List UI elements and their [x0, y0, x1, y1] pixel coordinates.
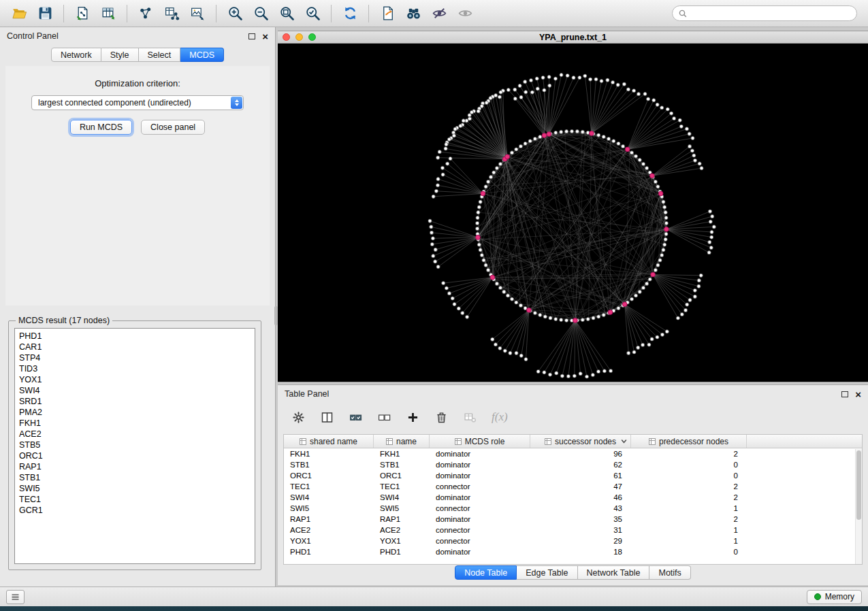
float-panel-icon[interactable]	[248, 33, 255, 39]
tab-network[interactable]: Network	[51, 48, 101, 62]
open-session-button[interactable]	[7, 3, 31, 24]
memory-button[interactable]: Memory	[807, 590, 862, 604]
share-document-button[interactable]	[375, 3, 400, 24]
mcds-result-node[interactable]: SWI5	[19, 483, 255, 494]
run-mcds-button[interactable]: Run MCDS	[70, 120, 132, 135]
mcds-result-node[interactable]: CAR1	[19, 342, 255, 352]
tab-select[interactable]: Select	[139, 48, 181, 62]
table-cell: dominator	[430, 459, 530, 470]
search-network-button[interactable]	[401, 3, 425, 24]
save-session-button[interactable]	[33, 3, 57, 24]
close-panel-icon[interactable]: ×	[262, 31, 268, 42]
table-panel-header: Table Panel ×	[278, 385, 868, 403]
export-network-button[interactable]	[133, 3, 158, 24]
tab-style[interactable]: Style	[101, 48, 139, 62]
table-cell: 96	[530, 448, 631, 459]
status-bar: Memory	[0, 587, 868, 606]
select-all-button[interactable]	[349, 410, 363, 425]
zoom-out-button[interactable]	[248, 3, 273, 24]
mcds-result-node[interactable]: RAP1	[19, 461, 255, 472]
status-menu-button[interactable]	[6, 590, 25, 604]
mcds-result-node[interactable]: ORC1	[19, 450, 255, 461]
table-row[interactable]: ORC1ORC1dominator610	[284, 470, 862, 481]
mcds-result-node[interactable]: SRD1	[19, 396, 255, 407]
import-network-file-button[interactable]	[70, 3, 95, 24]
column-label: MCDS role	[465, 437, 505, 446]
table-cell: dominator	[430, 514, 530, 525]
float-table-panel-icon[interactable]	[841, 391, 848, 397]
mcds-result-node[interactable]: STB5	[19, 440, 255, 450]
table-row[interactable]: FKH1FKH1dominator962	[284, 448, 862, 459]
network-graph[interactable]	[278, 44, 868, 382]
table-cell: dominator	[430, 470, 530, 481]
tab-edge-table[interactable]: Edge Table	[517, 565, 577, 580]
network-view-title: YPA_prune.txt_1	[278, 33, 868, 42]
mcds-result-list[interactable]: PHD1CAR1STP4TID3YOX1SWI4SRD1PMA2FKH1ACE2…	[14, 328, 255, 564]
deselect-all-button[interactable]	[377, 410, 391, 425]
table-row[interactable]: STB1STB1dominator620	[284, 459, 862, 470]
tab-node-table[interactable]: Node Table	[455, 565, 517, 580]
dominator-node	[622, 302, 627, 307]
show-details-button[interactable]	[453, 3, 477, 24]
delete-column-button[interactable]	[434, 410, 449, 425]
network-canvas[interactable]	[278, 44, 868, 382]
apply-function-button[interactable]: f(x)	[492, 410, 508, 424]
zoom-in-button[interactable]	[223, 3, 247, 24]
mcds-result-node[interactable]: PHD1	[19, 331, 255, 342]
search-box[interactable]	[672, 5, 857, 21]
toggle-columns-button[interactable]	[320, 410, 334, 425]
search-input[interactable]	[691, 9, 850, 18]
mcds-result-node[interactable]: TEC1	[19, 494, 255, 505]
table-cell: 1	[631, 535, 747, 546]
table-row[interactable]: SWI5SWI5connector431	[284, 503, 862, 514]
minimize-window-icon[interactable]	[295, 33, 303, 41]
tab-network-table[interactable]: Network Table	[578, 565, 650, 580]
settings-gear-button[interactable]	[291, 410, 306, 425]
column-header-shared-name[interactable]: shared name	[284, 435, 374, 448]
hide-details-button[interactable]	[427, 3, 451, 24]
column-header-MCDS-role[interactable]: MCDS role	[430, 435, 530, 448]
dominator-node	[664, 227, 669, 232]
mcds-result-node[interactable]: TID3	[19, 363, 255, 374]
close-panel-button[interactable]: Close panel	[141, 120, 205, 135]
import-table-file-button[interactable]	[96, 3, 120, 24]
table-cell: 18	[530, 546, 631, 557]
export-table-button[interactable]	[159, 3, 184, 24]
mcds-result-node[interactable]: YOX1	[19, 374, 255, 385]
toolbar-separator	[368, 5, 369, 22]
criterion-dropdown[interactable]: largest connected component (undirected)	[31, 95, 244, 110]
export-image-button[interactable]	[185, 3, 210, 24]
mcds-result-node[interactable]: FKH1	[19, 418, 255, 429]
table-row[interactable]: TEC1TEC1connector472	[284, 481, 862, 492]
refresh-view-button[interactable]	[338, 3, 362, 24]
mcds-result-node[interactable]: ACE2	[19, 429, 255, 440]
column-header-predecessor-nodes[interactable]: predecessor nodes	[631, 435, 747, 448]
column-header-name[interactable]: name	[374, 435, 430, 448]
mcds-result-node[interactable]: STP4	[19, 352, 255, 363]
close-table-panel-icon[interactable]: ×	[855, 389, 861, 399]
table-cell: SWI4	[284, 492, 374, 503]
mcds-result-node[interactable]: SWI4	[19, 385, 255, 396]
mcds-result-node[interactable]: STB1	[19, 472, 255, 483]
zoom-fit-button[interactable]	[274, 3, 299, 24]
tab-motifs[interactable]: Motifs	[649, 565, 690, 580]
table-row[interactable]: PHD1PHD1dominator180	[284, 546, 862, 557]
mcds-result-node[interactable]: GCR1	[19, 505, 255, 516]
table-row[interactable]: YOX1YOX1connector291	[284, 535, 862, 546]
column-header-successor-nodes[interactable]: successor nodes	[530, 435, 631, 448]
table-row[interactable]: ACE2ACE2connector311	[284, 525, 862, 535]
table-scrollbar[interactable]	[855, 449, 862, 564]
add-column-button[interactable]	[406, 410, 420, 425]
delete-table-button[interactable]	[463, 410, 477, 425]
maximize-window-icon[interactable]	[308, 33, 316, 41]
tab-mcds[interactable]: MCDS	[180, 48, 224, 62]
mcds-result-node[interactable]: PMA2	[19, 407, 255, 418]
application-window: Control Panel × NetworkStyleSelectMCDS O…	[0, 0, 868, 606]
column-type-icon	[300, 438, 306, 445]
zoom-selected-button[interactable]	[300, 3, 325, 24]
close-window-icon[interactable]	[283, 33, 290, 41]
table-row[interactable]: RAP1RAP1dominator352	[284, 514, 862, 525]
scrollbar-thumb[interactable]	[856, 450, 861, 520]
table-row[interactable]: SWI4SWI4dominator462	[284, 492, 862, 503]
column-type-icon	[455, 438, 462, 445]
